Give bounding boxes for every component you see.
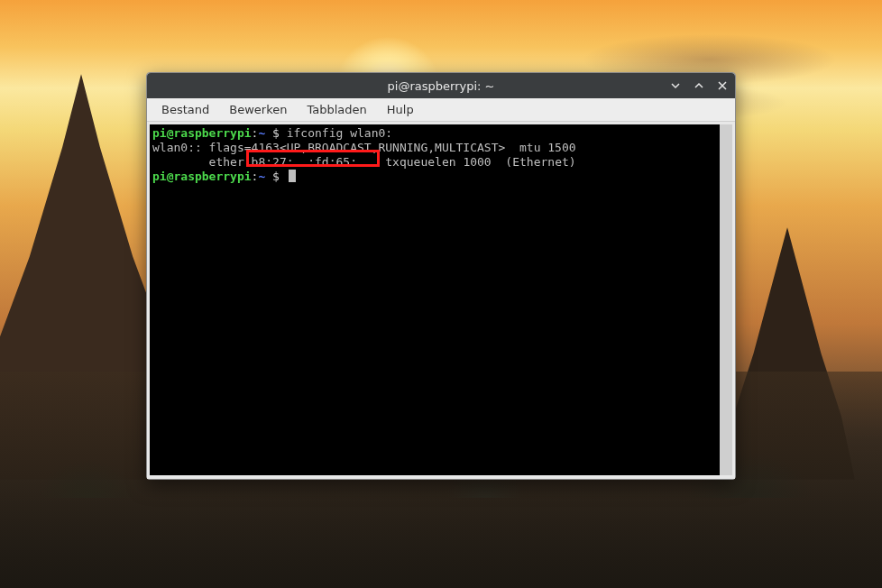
chevron-down-icon <box>671 81 680 90</box>
menubar: Bestand Bewerken Tabbladen Hulp <box>147 98 735 122</box>
prompt-dollar: $ <box>265 126 286 140</box>
menu-hulp[interactable]: Hulp <box>378 100 423 119</box>
scrollbar[interactable] <box>720 124 732 475</box>
terminal-cursor <box>289 170 296 182</box>
minimize-button[interactable] <box>668 78 683 93</box>
window-title: pi@raspberrypi: ~ <box>388 79 495 93</box>
ether-suffix: txqueuelen 1000 (Ethernet) <box>372 155 576 169</box>
terminal-viewport[interactable]: pi@raspberrypi:~ $ ifconfig wlan0: wlan0… <box>150 124 732 475</box>
mac-address: b8:27: :fd:65: <box>252 155 372 169</box>
titlebar[interactable]: pi@raspberrypi: ~ <box>147 73 735 98</box>
prompt-dollar: $ <box>265 170 286 183</box>
terminal-line: pi@raspberrypi:~ $ <box>152 170 717 184</box>
window-controls <box>668 73 730 98</box>
prompt-userhost: pi@raspberrypi <box>152 126 252 140</box>
terminal-line: ether b8:27: :fd:65: txqueuelen 1000 (Et… <box>152 155 717 170</box>
close-icon <box>718 81 727 90</box>
menu-tabbladen[interactable]: Tabbladen <box>298 100 375 119</box>
terminal-window: pi@raspberrypi: ~ Bestand Bewerken Tabbl… <box>146 72 736 480</box>
close-button[interactable] <box>715 78 730 93</box>
command-text: ifconfig wlan0: <box>287 126 392 140</box>
terminal-line: wlan0:: flags=4163<UP,BROADCAST,RUNNING,… <box>152 141 717 155</box>
prompt-userhost: pi@raspberrypi <box>152 170 252 183</box>
chevron-up-icon <box>694 81 703 90</box>
ether-prefix: ether <box>152 155 252 169</box>
maximize-button[interactable] <box>692 78 706 93</box>
terminal-line: pi@raspberrypi:~ $ ifconfig wlan0: <box>152 126 717 141</box>
menu-bestand[interactable]: Bestand <box>152 100 218 119</box>
menu-bewerken[interactable]: Bewerken <box>220 100 296 119</box>
